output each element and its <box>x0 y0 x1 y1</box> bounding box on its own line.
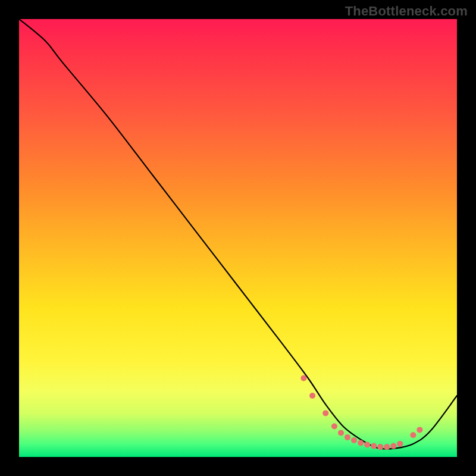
sweet-spot-dot <box>338 430 344 436</box>
sweet-spot-dot <box>322 410 328 416</box>
sweet-spot-markers <box>300 375 422 450</box>
chart-frame: TheBottleneck.com <box>0 0 476 476</box>
sweet-spot-dot <box>371 443 377 449</box>
sweet-spot-dot <box>331 424 337 430</box>
sweet-spot-dot <box>410 432 416 438</box>
sweet-spot-dot <box>309 393 315 399</box>
sweet-spot-dot <box>397 441 403 447</box>
sweet-spot-dot <box>416 427 422 433</box>
sweet-spot-dot <box>377 444 383 450</box>
plot-area <box>19 19 457 457</box>
sweet-spot-dot <box>384 444 390 450</box>
sweet-spot-dot <box>364 441 370 447</box>
sweet-spot-dot <box>358 440 364 446</box>
sweet-spot-dot <box>345 434 350 440</box>
sweet-spot-dot <box>351 437 357 443</box>
sweet-spot-dot <box>390 443 396 449</box>
curve-layer <box>19 19 457 457</box>
bottleneck-curve <box>19 19 457 449</box>
attribution-label: TheBottleneck.com <box>345 4 468 19</box>
sweet-spot-dot <box>300 375 306 381</box>
